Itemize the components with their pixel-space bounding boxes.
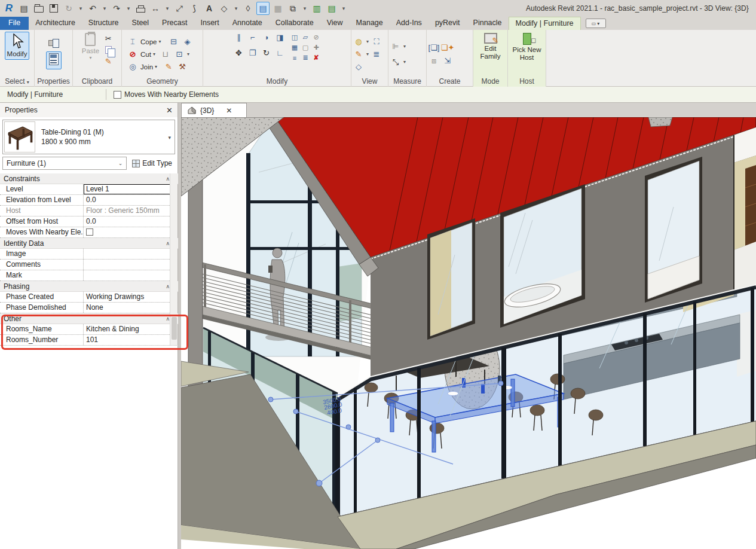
- copy-icon[interactable]: [102, 44, 114, 55]
- delete-icon[interactable]: ✘: [311, 53, 322, 62]
- cut-geometry-alt-icon[interactable]: ⊟: [168, 36, 180, 47]
- section-phasing[interactable]: Phasing∧: [0, 281, 178, 292]
- cut-geometry-button[interactable]: ⊘Cut▾⊔⊡▾: [127, 49, 189, 60]
- create-assembly-icon[interactable]: ⇲: [442, 56, 454, 66]
- collapse-chevron-icon[interactable]: ∧: [166, 316, 169, 322]
- tab-manage[interactable]: Manage: [350, 17, 390, 30]
- create-similar-icon[interactable]: ❏✦: [442, 42, 454, 53]
- pick-new-host-button[interactable]: Pick New Host: [509, 32, 546, 63]
- view-tab-3d[interactable]: {3D} ✕: [181, 103, 247, 117]
- schedule-icon[interactable]: ▥: [310, 2, 323, 15]
- revit-logo-icon[interactable]: R: [2, 2, 16, 15]
- property-row-offset[interactable]: Offset from Host 0.0: [0, 216, 178, 227]
- element-filter-combo[interactable]: Furniture (1) ⌄: [2, 157, 127, 170]
- save-icon[interactable]: [47, 2, 60, 15]
- create-parts-icon[interactable]: ⧈: [428, 56, 440, 66]
- undo-icon[interactable]: ↶: [86, 2, 99, 15]
- measure-icon[interactable]: ↔: [149, 2, 162, 15]
- open-icon[interactable]: [32, 2, 45, 15]
- property-row-comments[interactable]: Comments: [0, 260, 178, 270]
- sync-icon[interactable]: ↻: [62, 2, 75, 15]
- aligned-dimension-icon[interactable]: ⤢: [173, 2, 186, 15]
- tab-add-ins[interactable]: Add-Ins: [390, 17, 428, 30]
- join-button[interactable]: ◎Join▾✎⚒: [127, 62, 188, 72]
- cut-clipboard-icon[interactable]: ✂: [102, 33, 114, 44]
- section-constraints[interactable]: Constraints∧: [0, 173, 178, 184]
- family-types-icon[interactable]: [48, 39, 59, 48]
- properties-toggle-button[interactable]: [46, 51, 62, 69]
- tab-insert[interactable]: Insert: [194, 17, 225, 30]
- tab-architecture[interactable]: Architecture: [29, 17, 82, 30]
- align-left-icon[interactable]: ≡: [290, 53, 300, 62]
- trim-extend-icon[interactable]: ∟: [274, 47, 286, 58]
- rotate-icon[interactable]: ↻: [261, 47, 273, 58]
- property-row-moves-with-nearby[interactable]: Moves With Nearby Ele...: [0, 227, 178, 238]
- sheet-list-icon[interactable]: ▤: [325, 2, 338, 15]
- scrollbar-thumb[interactable]: [172, 317, 177, 340]
- property-row-phase-demolished[interactable]: Phase DemolishedNone: [0, 303, 178, 313]
- align-multi-icon[interactable]: ≣: [301, 53, 311, 62]
- section-other[interactable]: Other∧: [0, 313, 178, 324]
- split-face-icon[interactable]: ⊡: [173, 49, 185, 60]
- paint-icon[interactable]: ◈: [182, 36, 194, 47]
- panel-select-label[interactable]: Select ▾: [0, 77, 34, 87]
- hide-box-icon[interactable]: ◇: [353, 62, 365, 72]
- tab-file[interactable]: File: [0, 17, 29, 30]
- collapse-chevron-icon[interactable]: ∧: [166, 283, 169, 289]
- mirror-pick-axis-icon[interactable]: ◑: [261, 32, 273, 42]
- split-element-icon[interactable]: ◫: [290, 33, 300, 42]
- visual-style-icon[interactable]: ▤: [256, 2, 270, 15]
- unpin-icon[interactable]: ⊘: [311, 33, 322, 42]
- measure-caret-icon[interactable]: ▾: [164, 2, 171, 15]
- linework-brush-icon[interactable]: ✎: [353, 49, 365, 60]
- paste-button[interactable]: Paste ▾: [80, 32, 101, 62]
- copy-element-icon[interactable]: ❐: [247, 47, 259, 58]
- profile-edit-icon[interactable]: ✎: [163, 62, 175, 72]
- tab-precast[interactable]: Precast: [155, 17, 194, 30]
- edit-type-button[interactable]: Edit Type: [129, 157, 175, 170]
- type-selector[interactable]: Table-Dining 01 (M) 1800 x 900 mm ▾: [2, 120, 175, 154]
- property-row-rooms-number[interactable]: Rooms_Number101: [0, 335, 178, 346]
- property-row-phase-created[interactable]: Phase CreatedWorking Drawings: [0, 292, 178, 303]
- aligned-dim-icon[interactable]: ⤡: [390, 57, 402, 68]
- redo-icon[interactable]: ↷: [110, 2, 123, 15]
- split-with-gap-icon[interactable]: ▱: [301, 33, 311, 42]
- switch-caret-icon[interactable]: ▾: [301, 2, 308, 15]
- sync-caret-icon[interactable]: ▾: [77, 2, 84, 15]
- tab-steel[interactable]: Steel: [126, 17, 156, 30]
- cope-button[interactable]: ⌶Cope▾⊟◈: [127, 36, 194, 47]
- panel-display-toggle[interactable]: ▭▾: [586, 19, 606, 28]
- properties-close-icon[interactable]: ✕: [166, 106, 173, 115]
- modify-button[interactable]: Modify: [5, 32, 30, 60]
- view-caret-icon[interactable]: ▾: [232, 2, 240, 15]
- reveal-constraints-icon[interactable]: ⛶: [371, 36, 382, 47]
- property-row-level[interactable]: Level Level 1: [0, 184, 178, 195]
- close-hidden-icon[interactable]: ▦: [271, 2, 284, 15]
- tab-structure[interactable]: Structure: [82, 17, 126, 30]
- offset-icon[interactable]: ⌐: [247, 32, 259, 42]
- pin-icon[interactable]: ✚: [311, 43, 322, 52]
- wall-joins-icon[interactable]: ⊔: [160, 49, 172, 60]
- tab-view[interactable]: View: [320, 17, 350, 30]
- tab-collaborate[interactable]: Collaborate: [269, 17, 320, 30]
- edit-family-button[interactable]: Edit Family: [476, 32, 506, 62]
- section-identity-data[interactable]: Identity Data∧: [0, 238, 178, 249]
- scale-icon[interactable]: ▢: [301, 43, 311, 52]
- collapse-chevron-icon[interactable]: ∧: [166, 176, 169, 182]
- switch-windows-icon[interactable]: ⧉: [286, 2, 299, 15]
- create-group-icon[interactable]: [❏]: [428, 42, 440, 53]
- move-icon[interactable]: ✥: [233, 47, 245, 58]
- moves-with-nearby-checkbox[interactable]: [114, 91, 121, 99]
- undo-caret-icon[interactable]: ▾: [101, 2, 108, 15]
- moves-with-nearby-row-checkbox[interactable]: [86, 228, 93, 236]
- property-row-mark[interactable]: Mark: [0, 270, 178, 281]
- qat-customize-caret-icon[interactable]: ▾: [340, 2, 347, 15]
- tab-annotate[interactable]: Annotate: [226, 17, 269, 30]
- text-icon[interactable]: A: [203, 2, 216, 15]
- type-selector-caret-icon[interactable]: ▾: [168, 135, 171, 141]
- collapse-chevron-icon[interactable]: ∧: [166, 240, 169, 246]
- property-row-elevation[interactable]: Elevation from Level 0.0: [0, 195, 178, 206]
- default-3d-view-icon[interactable]: ◇: [218, 2, 231, 15]
- redo-caret-icon[interactable]: ▾: [125, 2, 132, 15]
- lightbulb-icon[interactable]: ◍: [353, 36, 365, 47]
